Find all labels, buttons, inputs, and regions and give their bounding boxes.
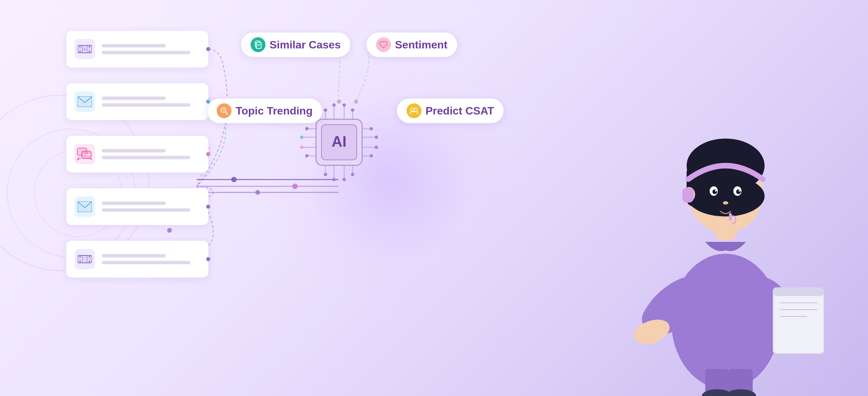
svg-point-29 <box>79 256 81 257</box>
svg-rect-93 <box>729 213 732 221</box>
svg-point-6 <box>255 190 260 195</box>
card-email-1 <box>66 83 209 120</box>
card-line <box>102 51 190 54</box>
card-line <box>102 261 190 264</box>
svg-point-55 <box>342 178 346 181</box>
card-lines-3 <box>102 149 200 159</box>
svg-point-4 <box>231 177 237 182</box>
svg-point-57 <box>305 127 309 130</box>
svg-point-24 <box>88 154 90 156</box>
svg-point-32 <box>89 261 90 262</box>
svg-point-14 <box>89 51 90 52</box>
card-connector-dot-4 <box>206 205 210 209</box>
svg-point-49 <box>324 108 327 112</box>
svg-point-13 <box>89 46 90 47</box>
svg-point-63 <box>375 146 378 149</box>
svg-point-54 <box>332 178 336 181</box>
svg-point-59 <box>300 146 303 149</box>
svg-point-89 <box>736 189 741 194</box>
card-line <box>102 97 166 100</box>
svg-text:≡: ≡ <box>84 47 86 51</box>
svg-rect-100 <box>773 288 824 354</box>
predict-csat-icon <box>407 103 421 118</box>
card-icon-ticket-2 <box>75 249 95 269</box>
svg-text:AI: AI <box>332 133 347 150</box>
badge-predict-csat: Predict CSAT <box>397 98 504 123</box>
card-lines-2 <box>102 97 200 107</box>
svg-point-31 <box>89 256 90 257</box>
badge-similar-cases: Similar Cases <box>241 32 351 57</box>
card-line <box>102 254 166 257</box>
card-lines-5 <box>102 254 200 264</box>
svg-point-61 <box>370 127 373 130</box>
card-icon-chat-1 <box>75 144 95 164</box>
person-svg <box>624 91 834 396</box>
svg-point-56 <box>351 173 354 176</box>
svg-point-75 <box>222 109 224 111</box>
cards-section: ≡ <box>66 30 209 278</box>
card-line <box>102 44 166 47</box>
svg-rect-25 <box>78 201 92 212</box>
card-connector-dot-3 <box>206 152 210 156</box>
badge-topic-trending: Topic Trending <box>207 98 322 123</box>
card-icon-ticket-1: ≡ <box>75 39 95 59</box>
card-ticket-2 <box>66 241 209 278</box>
svg-rect-69 <box>256 42 261 48</box>
badge-sentiment: Sentiment <box>366 32 457 57</box>
card-lines-1 <box>102 44 200 54</box>
card-line <box>102 149 166 152</box>
svg-point-76 <box>411 108 414 111</box>
svg-line-74 <box>225 112 228 114</box>
svg-point-91 <box>739 190 741 192</box>
svg-point-88 <box>712 189 717 194</box>
svg-point-51 <box>342 103 346 107</box>
card-connector-dot-5 <box>206 257 210 261</box>
card-line <box>102 156 190 159</box>
svg-point-53 <box>324 173 327 176</box>
card-chat-1 <box>66 136 209 173</box>
topic-trending-icon <box>217 103 232 118</box>
topic-trending-label: Topic Trending <box>236 105 313 117</box>
svg-rect-101 <box>773 288 824 296</box>
card-icon-email-1 <box>75 91 95 112</box>
sentiment-icon <box>376 37 391 52</box>
svg-rect-85 <box>682 188 694 203</box>
svg-point-30 <box>79 261 81 262</box>
card-icon-email-2 <box>75 196 95 217</box>
svg-point-23 <box>86 154 87 156</box>
card-ticket-1: ≡ <box>66 30 209 68</box>
svg-point-12 <box>79 51 81 52</box>
svg-point-77 <box>414 108 417 111</box>
card-email-2 <box>66 188 209 225</box>
svg-point-50 <box>332 103 336 107</box>
card-line <box>102 202 166 205</box>
similar-cases-icon <box>251 37 265 52</box>
svg-point-58 <box>300 136 303 139</box>
card-line <box>102 103 190 107</box>
card-lines-4 <box>102 202 200 212</box>
similar-cases-label: Similar Cases <box>270 39 341 51</box>
svg-point-11 <box>79 46 81 47</box>
svg-point-62 <box>375 136 378 139</box>
svg-point-92 <box>723 201 728 205</box>
sentiment-label: Sentiment <box>395 39 448 51</box>
card-line <box>102 208 190 212</box>
svg-point-64 <box>370 154 373 158</box>
svg-rect-16 <box>78 96 92 107</box>
person-illustration <box>624 91 834 396</box>
card-connector-dot-1 <box>206 47 210 51</box>
svg-point-90 <box>715 190 717 192</box>
svg-point-22 <box>83 154 85 156</box>
predict-csat-label: Predict CSAT <box>426 105 494 117</box>
svg-point-60 <box>305 154 309 158</box>
svg-point-52 <box>351 108 354 112</box>
